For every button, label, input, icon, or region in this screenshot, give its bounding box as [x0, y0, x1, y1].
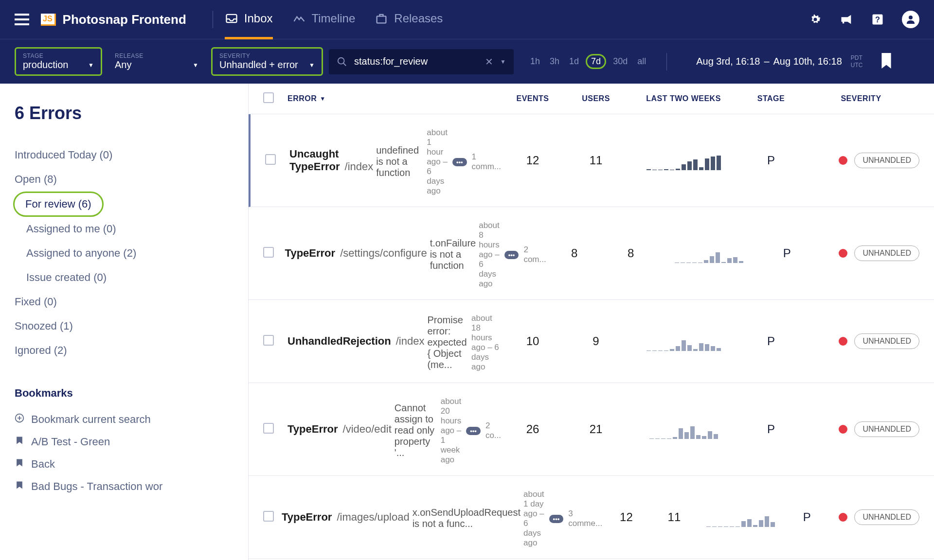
- error-message: undefined is not a function: [376, 145, 424, 178]
- sidebar-item[interactable]: Open (8): [15, 167, 234, 192]
- stage-badge: P: [767, 154, 775, 167]
- sidebar-item[interactable]: Assigned to anyone (2): [15, 241, 234, 265]
- clear-icon[interactable]: ✕: [485, 56, 493, 68]
- release-filter-label: RELEASE: [115, 52, 198, 59]
- bookmark-item[interactable]: Bad Bugs - Transaction wor: [15, 475, 234, 498]
- header-users[interactable]: USERS: [564, 94, 628, 103]
- time-option-3h[interactable]: 3h: [547, 54, 562, 69]
- sparkline: [628, 151, 739, 170]
- error-message: Promise error: expected { Object (me...: [427, 315, 468, 370]
- stage-filter-label: STAGE: [23, 52, 94, 59]
- error-message: x.onSendUploadRequest is not a func...: [413, 507, 521, 529]
- header-sparkline: LAST TWO WEEKS: [628, 94, 739, 103]
- table-row[interactable]: TypeError/images/uploadx.onSendUploadReq…: [249, 476, 934, 559]
- table-row[interactable]: Uncaught TypeError/indexundefined is not…: [249, 114, 934, 207]
- comment-icon: •••: [549, 515, 564, 523]
- avatar[interactable]: [902, 11, 919, 28]
- table-row[interactable]: TypeError/settings/configuret.onFailure …: [249, 207, 934, 300]
- project-badge: JS: [41, 14, 56, 26]
- search-input[interactable]: [354, 56, 478, 67]
- events-count: 12: [526, 154, 539, 167]
- megaphone-icon[interactable]: [840, 13, 853, 26]
- date-separator: –: [764, 56, 769, 67]
- error-title: Uncaught TypeError: [289, 148, 340, 173]
- svg-point-4: [909, 16, 913, 19]
- header-error[interactable]: ERROR▼: [287, 94, 501, 103]
- svg-point-5: [338, 57, 344, 64]
- bookmark-flag-icon: [15, 458, 24, 471]
- stage-badge: P: [767, 334, 775, 348]
- sidebar-item[interactable]: Issue created (0): [15, 265, 234, 290]
- sidebar-filters: Introduced Today (0)Open (8)For review (…: [15, 143, 234, 363]
- bookmark-item[interactable]: Bookmark current search: [15, 408, 234, 431]
- row-checkbox[interactable]: [263, 335, 274, 346]
- svg-rect-1: [377, 16, 386, 23]
- sidebar-item[interactable]: Introduced Today (0): [15, 143, 234, 167]
- time-option-30d[interactable]: 30d: [610, 54, 630, 69]
- time-option-7d[interactable]: 7d: [586, 54, 606, 69]
- time-option-1d[interactable]: 1d: [566, 54, 582, 69]
- bookmarks-list: Bookmark current searchA/B Test - GreenB…: [15, 408, 234, 498]
- tab-timeline[interactable]: Timeline: [292, 12, 356, 39]
- bookmark-item[interactable]: A/B Test - Green: [15, 431, 234, 453]
- header-events[interactable]: EVENTS: [501, 94, 564, 103]
- bookmark-item[interactable]: Back: [15, 453, 234, 475]
- svg-text:?: ?: [875, 15, 880, 24]
- time-option-all[interactable]: all: [634, 54, 649, 69]
- sidebar: 6 Errors Introduced Today (0)Open (8)For…: [0, 84, 248, 560]
- sparkline: [628, 332, 739, 351]
- svg-line-6: [343, 63, 346, 66]
- date-range[interactable]: Aug 3rd, 16:18 – Aug 10th, 16:18 PDTUTC: [696, 54, 862, 69]
- header-severity[interactable]: SEVERITY: [803, 94, 919, 103]
- timezone: PDTUTC: [851, 54, 863, 69]
- table-header: ERROR▼ EVENTS USERS LAST TWO WEEKS STAGE…: [249, 84, 934, 114]
- sidebar-item[interactable]: For review (6): [13, 192, 104, 217]
- table-row[interactable]: TypeError/video/editCannot assign to rea…: [249, 383, 934, 476]
- release-filter[interactable]: RELEASE Any▼: [108, 49, 205, 74]
- error-path: /video/edit: [343, 423, 392, 435]
- events-count: 26: [526, 422, 539, 436]
- row-checkbox[interactable]: [263, 423, 274, 434]
- severity-filter-label: SEVERITY: [219, 52, 315, 59]
- tab-inbox[interactable]: Inbox: [225, 12, 273, 39]
- errors-count-title: 6 Errors: [15, 103, 234, 123]
- sidebar-item[interactable]: Ignored (2): [15, 338, 234, 363]
- sidebar-item[interactable]: Snoozed (1): [15, 314, 234, 338]
- header-stage[interactable]: STAGE: [739, 94, 803, 103]
- events-count: 8: [571, 246, 577, 260]
- severity-filter-value: Unhandled + error: [219, 59, 298, 70]
- users-count: 9: [593, 334, 599, 348]
- bookmark-icon[interactable]: [880, 53, 893, 70]
- sidebar-item[interactable]: Fixed (0): [15, 290, 234, 314]
- stage-badge: P: [803, 510, 811, 524]
- gear-icon[interactable]: [808, 13, 822, 26]
- comment-icon: •••: [452, 158, 467, 166]
- menu-icon[interactable]: [15, 14, 29, 25]
- severity-filter[interactable]: SEVERITY Unhandled + error▼: [211, 47, 323, 76]
- stage-filter[interactable]: STAGE production▼: [15, 47, 102, 76]
- divider: [666, 53, 667, 70]
- select-all-checkbox[interactable]: [263, 92, 274, 103]
- help-icon[interactable]: ?: [871, 13, 884, 26]
- divider: [213, 11, 213, 28]
- severity-pill: UNHANDLED: [854, 153, 919, 168]
- tab-releases[interactable]: Releases: [375, 12, 443, 39]
- nav-tabs: InboxTimelineReleases: [225, 0, 443, 39]
- sparkline: [659, 244, 759, 263]
- table-row[interactable]: UnhandledRejection/indexPromise error: e…: [249, 300, 934, 383]
- project-name[interactable]: Photosnap Frontend: [63, 12, 186, 27]
- error-message: t.onFailure is not a function: [430, 238, 476, 271]
- caret-down-icon[interactable]: ▼: [500, 58, 506, 65]
- row-checkbox[interactable]: [263, 247, 274, 258]
- events-count: 12: [620, 510, 633, 524]
- release-filter-value: Any: [115, 59, 131, 70]
- sparkline: [698, 508, 783, 527]
- row-checkbox[interactable]: [263, 511, 274, 522]
- bookmark-flag-icon: [15, 436, 24, 448]
- row-checkbox[interactable]: [265, 154, 276, 165]
- stage-badge: P: [783, 246, 791, 260]
- sidebar-item[interactable]: Assigned to me (0): [15, 217, 234, 241]
- time-option-1h[interactable]: 1h: [527, 54, 543, 69]
- severity-dot: [839, 513, 847, 522]
- search-bar[interactable]: ✕ ▼: [329, 49, 514, 74]
